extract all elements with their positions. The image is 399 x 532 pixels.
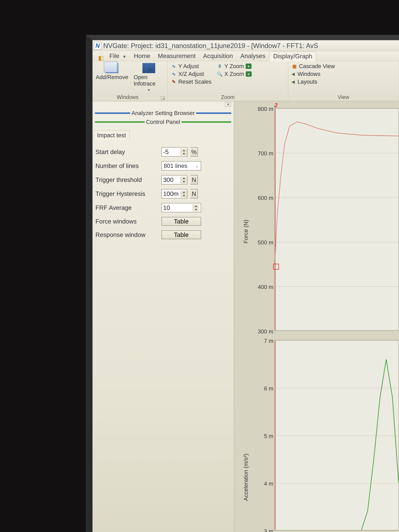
y-adjust-icon: ∿ [171, 63, 177, 69]
title-bar: N NVGate: Project: id31_nanostation_11ju… [93, 40, 399, 51]
analyzer-setting-browser-label: Analyzer Setting Browser [130, 110, 196, 116]
xz-adjust-button[interactable]: ∿ X/Z Adjust [170, 70, 213, 77]
trigger-threshold-label: Trigger threshold [95, 176, 158, 184]
windows-stack-icon [106, 63, 118, 73]
tick-label: 3 m [248, 528, 273, 532]
triangle-left-icon: ◀ [291, 79, 295, 84]
view-windows-label: Windows [298, 71, 320, 77]
tab-file-label: File [109, 52, 119, 59]
ribbon-group-zoom-label: Zoom [170, 94, 286, 101]
left-side-panel: ✕ Analyzer Setting Browser Control Panel… [93, 101, 234, 532]
window-title: NVGate: Project: id31_nanostation_11june… [103, 42, 318, 50]
tab-acquisition[interactable]: Acquisition [199, 51, 237, 61]
tab-measurement[interactable]: Measurement [154, 51, 199, 61]
xz-adjust-label: X/Z Adjust [178, 71, 204, 77]
force-trace [275, 108, 399, 330]
frf-average-value[interactable] [162, 203, 193, 212]
cascade-view-button[interactable]: ▦ Cascade View [290, 63, 336, 70]
y-adjust-label: Y Adjust [178, 63, 199, 70]
trigger-hysteresis-input[interactable]: ▲ ▼ [161, 189, 187, 198]
reset-scales-label: Reset Scales [178, 79, 211, 85]
start-delay-unit: % [190, 147, 198, 157]
number-of-lines-label: Number of lines [95, 162, 158, 170]
control-panel-label: Control Panel [145, 119, 181, 125]
force-windows-label: Force windows [95, 218, 158, 225]
trigger-hysteresis-unit: N [190, 189, 198, 198]
chevron-down-icon: ▾ [148, 88, 150, 92]
spinner-up-icon[interactable]: ▲ [181, 148, 187, 152]
ribbon-tab-row: ◧ File ▼ Home Measurement Acquisition An… [93, 51, 399, 61]
accel-trace [275, 340, 399, 530]
ribbon-group-windows: Add/Remove Open Infotrace ▾ Windows [93, 61, 168, 101]
number-of-lines-select[interactable]: 801 lines ⌄ [161, 161, 201, 171]
y-zoom-button[interactable]: ⇳ Y Zoom ＋ [215, 63, 253, 70]
app-window: N NVGate: Project: id31_nanostation_11ju… [86, 35, 399, 532]
ribbon-group-windows-label: Windows [94, 94, 161, 101]
view-windows-button[interactable]: ◀ Windows [290, 70, 336, 77]
panel-close-button[interactable]: ✕ [225, 102, 231, 107]
x-zoom-button[interactable]: 🔍 X Zoom ＋ [215, 70, 253, 77]
spinner-down-icon[interactable]: ▼ [181, 152, 187, 156]
zoom-in-icon[interactable]: ＋ [246, 63, 252, 69]
control-panel-header[interactable]: Control Panel [95, 118, 231, 126]
impact-test-form: Start delay ▲ ▼ % Number of lines 801 li… [93, 140, 234, 247]
x-zoom-label: X Zoom [224, 71, 244, 77]
analyzer-setting-browser-header[interactable]: Analyzer Setting Browser [95, 109, 231, 117]
tab-file[interactable]: File ▼ [106, 51, 130, 61]
y-zoom-label: Y Zoom [224, 63, 244, 70]
view-layouts-label: Layouts [298, 79, 317, 85]
triangle-left-icon: ◀ [291, 71, 295, 76]
close-icon: ✕ [227, 102, 230, 107]
trigger-threshold-unit: N [190, 175, 198, 184]
response-window-table-button[interactable]: Table [161, 230, 201, 239]
infotrace-icon [142, 63, 155, 73]
start-delay-label: Start delay [95, 148, 158, 156]
tab-home[interactable]: Home [130, 51, 154, 61]
start-delay-input[interactable]: ▲ ▼ [161, 147, 187, 157]
chevron-down-icon: ▼ [122, 54, 127, 59]
ribbon-group-view-label: View [290, 94, 397, 101]
app-logo-icon: N [94, 42, 101, 50]
accel-plot[interactable]: 7 m 6 m 5 m 4 m 3 m [274, 340, 399, 530]
tab-display-graph[interactable]: Display/Graph [269, 51, 316, 61]
dialog-launcher-icon[interactable] [161, 96, 165, 100]
spinner-down-icon[interactable]: ▼ [193, 208, 199, 211]
tick-label: 600 m [248, 195, 273, 201]
zoom-in-icon[interactable]: ＋ [246, 71, 252, 77]
start-delay-value[interactable] [162, 148, 181, 156]
trigger-hysteresis-label: Trigger Hysteresis [95, 190, 158, 197]
spinner-up-icon[interactable]: ▲ [193, 204, 199, 208]
app-menu-icon[interactable]: ◧ [98, 55, 104, 61]
tick-label: 5 m [248, 433, 273, 439]
reset-scales-icon: ✎ [171, 79, 177, 84]
view-layouts-button[interactable]: ◀ Layouts [290, 78, 336, 85]
tick-label: 400 m [248, 284, 273, 290]
trigger-threshold-input[interactable]: ▲ ▼ [161, 175, 187, 184]
tick-label: 500 m [248, 239, 273, 246]
ribbon-group-zoom: ∿ Y Adjust ∿ X/Z Adjust ✎ Reset Scales ⇳ [168, 61, 288, 101]
number-of-lines-value: 801 lines [164, 163, 187, 169]
response-window-label: Response window [95, 231, 158, 238]
open-infotrace-label: Open Infotrace [134, 74, 164, 87]
tab-analyses[interactable]: Analyses [237, 51, 269, 61]
force-plot[interactable]: 800 m 700 m 600 m 500 m 400 m 300 m [274, 108, 399, 331]
force-windows-table-button[interactable]: Table [161, 217, 201, 226]
frf-average-input[interactable]: ▲ ▼ [161, 203, 201, 212]
trigger-hysteresis-value[interactable] [162, 190, 181, 198]
chevron-down-icon: ⌄ [195, 163, 199, 168]
accel-axis-label: Acceleration (m/s²) [243, 494, 249, 501]
spinner-up-icon[interactable]: ▲ [181, 176, 187, 180]
xz-adjust-icon: ∿ [171, 71, 177, 77]
spinner-down-icon[interactable]: ▼ [181, 194, 187, 197]
y-adjust-button[interactable]: ∿ Y Adjust [170, 63, 213, 70]
trigger-threshold-value[interactable] [162, 176, 181, 184]
plot-area[interactable]: 2 Force (N) Acceleration (m/s²) 800 m 70… [234, 101, 399, 532]
add-remove-button[interactable]: Add/Remove [94, 62, 130, 81]
tick-label: 800 m [248, 106, 273, 112]
reset-scales-button[interactable]: ✎ Reset Scales [170, 78, 213, 85]
tab-impact-test[interactable]: Impact test [93, 130, 130, 140]
open-infotrace-button[interactable]: Open Infotrace ▾ [132, 62, 165, 93]
cascade-view-label: Cascade View [299, 63, 335, 70]
spinner-up-icon[interactable]: ▲ [181, 190, 187, 194]
spinner-down-icon[interactable]: ▼ [181, 180, 187, 184]
